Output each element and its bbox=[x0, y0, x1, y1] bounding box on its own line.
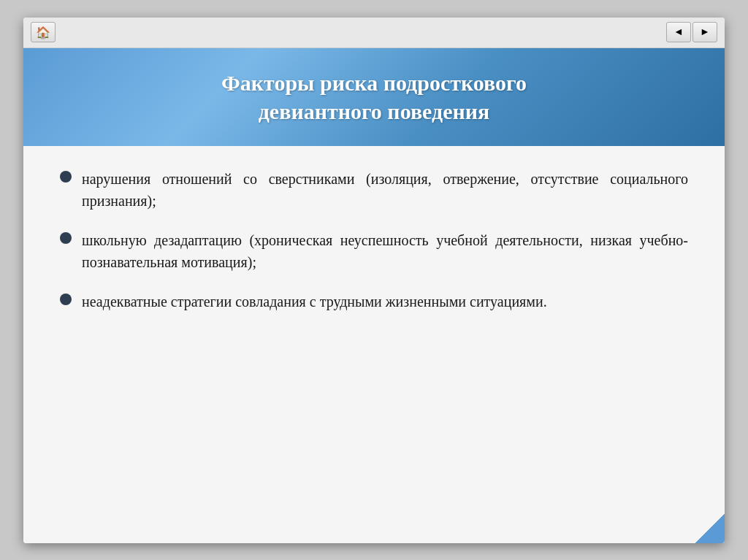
bullet-item-2: школьную дезадаптацию (хроническая неусп… bbox=[60, 229, 688, 273]
corner-decoration bbox=[695, 514, 725, 543]
bullet-item-3: неадекватные стратегии совладания с труд… bbox=[60, 291, 688, 312]
slide-title-line2: девиантного поведения bbox=[259, 99, 490, 123]
toolbar: 🏠 ◄ ► bbox=[23, 18, 725, 48]
bullet-item-1: нарушения отношений со сверстниками (изо… bbox=[60, 168, 688, 212]
next-button[interactable]: ► bbox=[692, 22, 717, 42]
home-icon: 🏠 bbox=[36, 26, 50, 39]
slide-title: Факторы риска подросткового девиантного … bbox=[53, 69, 695, 126]
slide-body: нарушения отношений со сверстниками (изо… bbox=[23, 146, 725, 543]
bullet-dot-2 bbox=[60, 232, 72, 244]
prev-button[interactable]: ◄ bbox=[666, 22, 691, 42]
bullet-dot-1 bbox=[60, 171, 72, 183]
bullet-text-1: нарушения отношений со сверстниками (изо… bbox=[82, 168, 688, 212]
slide-container: 🏠 ◄ ► Факторы риска подросткового девиан… bbox=[23, 18, 725, 543]
next-icon: ► bbox=[700, 26, 710, 38]
toolbar-left: 🏠 bbox=[31, 22, 56, 42]
bullet-text-3: неадекватные стратегии совладания с труд… bbox=[82, 291, 547, 312]
bullet-dot-3 bbox=[60, 294, 72, 305]
prev-icon: ◄ bbox=[673, 26, 684, 38]
slide-header: Факторы риска подросткового девиантного … bbox=[23, 48, 725, 146]
home-button[interactable]: 🏠 bbox=[31, 22, 56, 42]
slide-title-line1: Факторы риска подросткового bbox=[221, 71, 527, 95]
toolbar-right: ◄ ► bbox=[666, 22, 717, 42]
bullet-text-2: школьную дезадаптацию (хроническая неусп… bbox=[82, 229, 688, 273]
